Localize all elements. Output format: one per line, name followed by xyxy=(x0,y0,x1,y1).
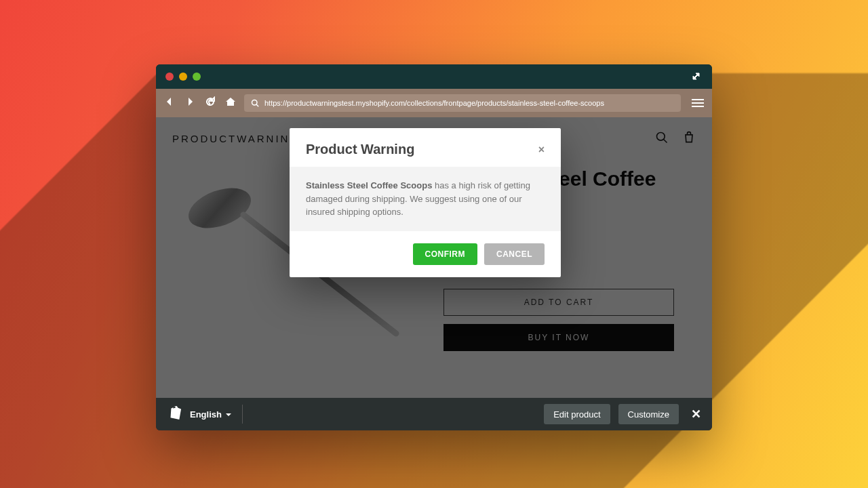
browser-address-bar: https://productwarningstest.myshopify.co… xyxy=(156,89,712,117)
svg-point-0 xyxy=(252,100,258,106)
browser-menu-icon[interactable] xyxy=(692,99,704,107)
admin-bar-close-icon[interactable]: ✕ xyxy=(691,407,701,422)
url-field[interactable]: https://productwarningstest.myshopify.co… xyxy=(244,94,681,112)
modal-body: Stainless Steel Coffee Scoops has a high… xyxy=(290,167,561,231)
language-selector[interactable]: English xyxy=(190,409,231,420)
modal-close-icon[interactable]: × xyxy=(538,144,545,156)
shopify-logo-icon[interactable] xyxy=(167,405,182,424)
window-close-icon[interactable] xyxy=(165,73,174,81)
window-expand-icon[interactable] xyxy=(692,70,703,83)
nav-forward-icon[interactable] xyxy=(184,96,195,110)
modal-body-product-name: Stainless Steel Coffee Scoops xyxy=(306,180,432,190)
search-icon xyxy=(251,99,259,107)
page-viewport: PRODUCTWARNINGSTEST Home Catalog xyxy=(156,117,712,398)
modal-title: Product Warning xyxy=(306,142,414,157)
product-warning-modal: Product Warning × Stainless Steel Coffee… xyxy=(290,128,561,277)
nav-back-icon[interactable] xyxy=(164,96,175,110)
window-minimize-icon[interactable] xyxy=(179,73,187,81)
browser-nav-buttons xyxy=(164,96,236,110)
window-titlebar xyxy=(156,64,712,89)
shopify-admin-bar: English Edit product Customize ✕ xyxy=(156,398,712,430)
confirm-button[interactable]: CONFIRM xyxy=(413,243,478,265)
cancel-button[interactable]: CANCEL xyxy=(484,243,545,265)
browser-window: https://productwarningstest.myshopify.co… xyxy=(156,64,712,430)
url-text: https://productwarningstest.myshopify.co… xyxy=(264,99,604,107)
modal-header: Product Warning × xyxy=(290,128,561,167)
customize-button[interactable]: Customize xyxy=(618,404,679,424)
edit-product-button[interactable]: Edit product xyxy=(544,404,610,424)
window-traffic-lights xyxy=(165,73,201,81)
modal-footer: CONFIRM CANCEL xyxy=(290,231,561,277)
nav-home-icon[interactable] xyxy=(225,96,236,110)
nav-refresh-icon[interactable] xyxy=(205,96,216,110)
window-maximize-icon[interactable] xyxy=(193,73,201,81)
language-label: English xyxy=(190,409,222,420)
admin-bar-divider xyxy=(242,405,243,424)
